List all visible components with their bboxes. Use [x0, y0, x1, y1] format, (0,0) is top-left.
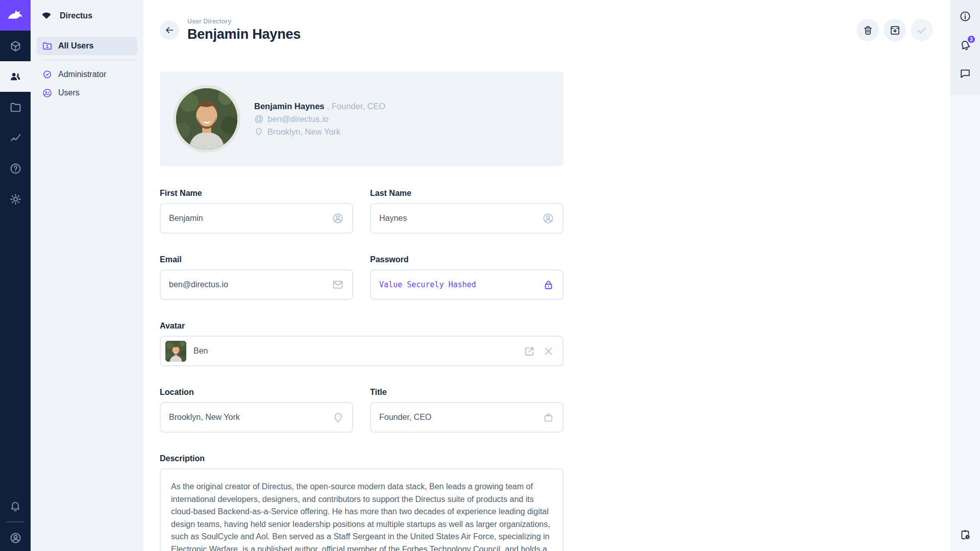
info-icon [959, 10, 971, 22]
comments-button[interactable] [950, 59, 980, 88]
sidebar-item-label: Administrator [58, 70, 106, 79]
user-email: ben@directus.io [267, 114, 328, 124]
module-bar [0, 0, 31, 551]
sidebar-item-all-users[interactable]: All Users [37, 37, 137, 55]
revisions-button[interactable] [950, 520, 980, 549]
divider [42, 60, 137, 61]
user-form: First Name Last Name [160, 189, 564, 551]
field-avatar: Avatar Ben [160, 321, 564, 366]
password-input[interactable] [379, 280, 537, 289]
trash-icon [862, 24, 874, 36]
folder-icon [9, 101, 22, 114]
last-name-input[interactable] [379, 214, 537, 223]
field-password: Password [370, 255, 564, 300]
rabbit-logo-icon [7, 7, 24, 24]
field-label: Title [370, 388, 564, 397]
first-name-input[interactable] [169, 214, 327, 223]
notifications-button[interactable] [0, 493, 31, 519]
page-title: Benjamin Haynes [187, 27, 301, 42]
user-summary-card: Benjamin Haynes, Founder, CEO @ ben@dire… [160, 71, 564, 166]
check-icon [916, 24, 928, 36]
sidebar-item-administrator[interactable]: Administrator [37, 65, 137, 84]
field-label: Avatar [160, 321, 564, 331]
save-button[interactable] [911, 19, 933, 41]
user-email-line: @ ben@directus.io [254, 114, 385, 124]
field-description: Description As the original creator of D… [160, 454, 564, 551]
info-button[interactable] [950, 2, 980, 31]
location-input[interactable] [169, 413, 327, 422]
module-documentation[interactable] [0, 153, 31, 184]
header-actions [856, 19, 933, 41]
divider [6, 521, 24, 522]
sidebar-bottom-group [950, 520, 980, 551]
user-meta: Benjamin Haynes, Founder, CEO @ ben@dire… [254, 102, 385, 137]
module-file-library[interactable] [0, 92, 31, 122]
user-location-line: Brooklyn, New York [254, 127, 385, 137]
archive-icon [889, 24, 901, 36]
sidebar-item-users[interactable]: Users [37, 84, 137, 102]
close-icon [543, 345, 554, 357]
directus-logo[interactable] [0, 0, 31, 31]
user-name: Benjamin Haynes [254, 102, 325, 111]
archive-button[interactable] [884, 19, 906, 41]
open-in-new-icon [524, 345, 535, 357]
field-label: Last Name [370, 189, 564, 198]
breadcrumb[interactable]: User Directory [187, 18, 301, 25]
back-button[interactable] [160, 20, 179, 40]
avatar-file-name: Ben [193, 346, 517, 356]
verified-badge-icon [42, 69, 53, 80]
module-bar-bottom [0, 493, 31, 551]
comment-icon [959, 67, 971, 80]
project-switcher[interactable]: Directus [31, 0, 143, 32]
field-label: First Name [160, 189, 353, 198]
account-button[interactable] [0, 524, 31, 551]
avatar-thumbnail [165, 341, 186, 362]
gear-icon [9, 193, 22, 206]
map-pin-icon [254, 127, 263, 136]
notification-badge: 3 [967, 35, 976, 44]
password-input-wrapper [370, 269, 564, 300]
description-textarea[interactable]: As the original creator of Directus, the… [160, 468, 564, 551]
user-avatar-photo [173, 85, 240, 153]
map-pin-icon [332, 412, 344, 423]
user-name-line: Benjamin Haynes, Founder, CEO [254, 102, 385, 111]
avatar-file-input[interactable]: Ben [160, 336, 564, 366]
field-label: Email [160, 255, 353, 264]
collection-nav: All Users Administrator [31, 32, 143, 107]
account-circle-icon [332, 212, 344, 224]
mail-icon [332, 279, 344, 291]
people-icon [9, 70, 22, 83]
field-last-name: Last Name [370, 189, 564, 234]
folder-user-icon [42, 41, 53, 52]
field-label: Location [160, 388, 353, 397]
project-name: Directus [60, 11, 92, 20]
location-input-wrapper [160, 402, 353, 433]
lock-icon [543, 279, 554, 291]
last-name-input-wrapper [370, 203, 564, 234]
open-file-button[interactable] [524, 345, 535, 357]
title-block: User Directory Benjamin Haynes [187, 18, 301, 42]
help-icon [9, 162, 22, 175]
main-content: User Directory Benjamin Haynes [143, 0, 950, 551]
field-label: Password [370, 255, 564, 264]
module-insights[interactable] [0, 122, 31, 153]
bell-icon [9, 500, 21, 512]
users-circle-icon [42, 88, 53, 98]
field-location: Location [160, 388, 353, 433]
navigation-sidebar: Directus All Users [31, 0, 143, 551]
title-input[interactable] [379, 413, 537, 422]
module-user-directory[interactable] [0, 61, 31, 92]
account-circle-icon [9, 532, 22, 544]
user-location: Brooklyn, New York [267, 127, 340, 137]
directus-app: Directus All Users [0, 0, 980, 551]
module-settings[interactable] [0, 184, 31, 214]
title-input-wrapper [370, 402, 564, 433]
clear-avatar-button[interactable] [543, 345, 554, 357]
arrow-left-icon [164, 24, 175, 36]
first-name-input-wrapper [160, 203, 353, 234]
module-content[interactable] [0, 31, 31, 61]
sidebar-item-label: Users [58, 88, 80, 97]
email-input[interactable] [169, 280, 327, 289]
notifications-drawer-button[interactable]: 3 [950, 31, 980, 59]
delete-button[interactable] [856, 19, 879, 41]
